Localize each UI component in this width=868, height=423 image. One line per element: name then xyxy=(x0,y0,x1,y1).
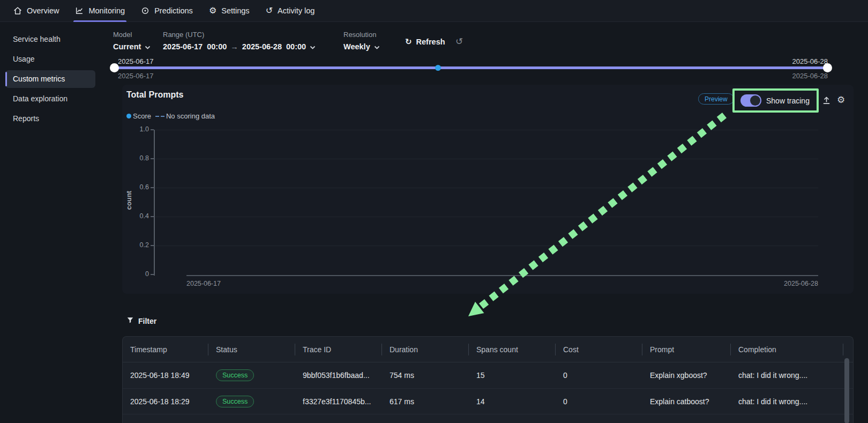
gridline xyxy=(155,188,818,188)
gear-icon: ⚙ xyxy=(837,94,845,105)
refresh-icon: ↻ xyxy=(405,37,412,47)
undo-icon[interactable]: ↺ xyxy=(455,36,463,47)
chevron-down-icon xyxy=(145,42,151,51)
sidebar-item-data-exploration[interactable]: Data exploration xyxy=(5,90,95,108)
chart-card xyxy=(122,85,854,294)
sidebar-item-service-health[interactable]: Service health xyxy=(5,31,95,48)
nav-item-settings[interactable]: ⚙ Settings xyxy=(209,0,250,22)
model-dropdown[interactable]: Current xyxy=(113,42,151,51)
cell-prompt: Explain xgboost? xyxy=(642,371,731,380)
model-label: Model xyxy=(113,31,151,39)
range-label: Range (UTC) xyxy=(163,31,316,39)
nav-item-overview[interactable]: Overview xyxy=(13,0,59,22)
chart-title: Total Prompts xyxy=(126,90,183,100)
date-range-slider-track[interactable] xyxy=(113,66,828,69)
filter-toggle[interactable]: Filter xyxy=(126,316,156,325)
gridline xyxy=(155,130,818,130)
cell-cost: 0 xyxy=(556,371,642,380)
cell-timestamp: 2025-06-18 18:29 xyxy=(123,397,208,406)
model-select-group: Model Current xyxy=(113,31,151,51)
cell-cost: 0 xyxy=(556,397,642,406)
y-tick-label: 0 xyxy=(120,270,149,278)
nav-item-monitoring[interactable]: Monitoring xyxy=(75,0,125,22)
y-tick-label: 0.8 xyxy=(120,154,149,162)
slider-mid-dot xyxy=(435,65,441,71)
legend-item-score[interactable]: Score xyxy=(133,112,151,120)
gear-icon: ⚙ xyxy=(209,6,216,15)
cell-duration: 617 ms xyxy=(382,397,469,406)
column-header-prompt[interactable]: Prompt xyxy=(642,337,731,362)
range-end: 2025-06-28 00:00 xyxy=(242,42,306,51)
chevron-down-icon xyxy=(310,42,316,51)
gridline xyxy=(155,246,818,246)
resolution-select-group: Resolution Weekly xyxy=(343,31,380,51)
cell-status: Success xyxy=(208,369,295,381)
cell-prompt: Explain catboost? xyxy=(642,397,731,406)
funnel-icon xyxy=(126,316,134,325)
resolution-label: Resolution xyxy=(343,31,380,39)
y-tick-label: 0.2 xyxy=(120,241,149,249)
x-tick-label: 2025-06-28 xyxy=(770,280,818,287)
refresh-button[interactable]: ↻ Refresh xyxy=(405,37,445,47)
slider-end-date-bottom: 2025-06-28 xyxy=(780,72,828,80)
cell-completion: chat: I did it wrong.... xyxy=(731,371,843,380)
cell-trace-id: f3327e3f1170845b... xyxy=(295,397,382,406)
traces-table: Timestamp Status Trace ID Duration Spans… xyxy=(122,336,854,423)
sidebar-item-usage[interactable]: Usage xyxy=(5,50,95,68)
preview-badge: Preview xyxy=(698,93,734,105)
range-dropdown[interactable]: 2025-06-17 00:00 → 2025-06-28 00:00 xyxy=(163,42,316,51)
column-header-trace-id[interactable]: Trace ID xyxy=(295,337,382,362)
nav-item-activity-log[interactable]: ↺ Activity log xyxy=(266,0,315,22)
sidebar-item-custom-metrics[interactable]: Custom metrics xyxy=(5,70,95,88)
cell-spans-count: 15 xyxy=(469,371,556,380)
sidebar-item-reports[interactable]: Reports xyxy=(5,110,95,128)
sidebar: Service health Usage Custom metrics Data… xyxy=(5,31,95,130)
nav-item-label: Settings xyxy=(221,6,249,15)
show-tracing-label: Show tracing xyxy=(766,97,810,105)
cell-status: Success xyxy=(208,396,295,407)
cell-trace-id: 9bbf053f1b6fbaad... xyxy=(295,371,382,380)
y-tick-label: 1.0 xyxy=(120,125,149,133)
table-row[interactable]: 2025-06-18 18:29 Success f3327e3f1170845… xyxy=(123,388,853,414)
slider-handle-start[interactable] xyxy=(110,63,119,72)
table-scrollbar[interactable] xyxy=(844,358,849,423)
resolution-dropdown[interactable]: Weekly xyxy=(343,42,380,51)
table-row[interactable]: 2025-06-18 18:49 Success 9bbf053f1b6fbaa… xyxy=(123,362,853,388)
chart-legend: Score No scoring data xyxy=(126,112,215,120)
predictions-icon xyxy=(141,6,149,15)
show-tracing-toggle[interactable] xyxy=(740,94,761,107)
gridline xyxy=(155,159,818,159)
column-header-spans-count[interactable]: Spans count xyxy=(469,337,556,362)
toggle-knob xyxy=(750,95,760,106)
refresh-label: Refresh xyxy=(416,38,445,46)
column-header-timestamp[interactable]: Timestamp xyxy=(123,337,208,362)
history-icon: ↺ xyxy=(266,6,273,15)
export-button[interactable] xyxy=(822,96,831,107)
table-header-row: Timestamp Status Trace ID Duration Spans… xyxy=(123,337,853,362)
dashed-line-marker xyxy=(155,116,164,117)
slider-end-date-top: 2025-06-28 xyxy=(780,57,828,65)
cell-timestamp: 2025-06-18 18:49 xyxy=(123,371,208,380)
legend-item-no-scoring-data[interactable]: No scoring data xyxy=(166,112,215,120)
nav-item-label: Predictions xyxy=(154,6,193,15)
slider-handle-end[interactable] xyxy=(823,63,832,72)
nav-item-label: Monitoring xyxy=(88,6,125,15)
nav-item-predictions[interactable]: Predictions xyxy=(141,0,193,22)
upload-icon xyxy=(822,98,831,107)
chart-settings-button[interactable]: ⚙ xyxy=(837,94,845,105)
gridline xyxy=(155,217,818,217)
slider-start-date-bottom: 2025-06-17 xyxy=(118,72,154,80)
column-header-completion[interactable]: Completion xyxy=(731,337,843,362)
column-header-duration[interactable]: Duration xyxy=(382,337,469,362)
nav-item-label: Activity log xyxy=(278,6,315,15)
range-select-group: Range (UTC) 2025-06-17 00:00 → 2025-06-2… xyxy=(163,31,316,51)
status-badge: Success xyxy=(216,396,254,407)
cell-completion: chat: I did it wrong.... xyxy=(731,397,843,406)
app-window: { "nav": { "items": [ { "label": "Overvi… xyxy=(0,0,868,423)
filter-label: Filter xyxy=(138,317,156,325)
model-value: Current xyxy=(113,42,141,51)
column-header-cost[interactable]: Cost xyxy=(556,337,642,362)
column-header-status[interactable]: Status xyxy=(208,337,295,362)
cell-duration: 754 ms xyxy=(382,371,469,380)
cell-spans-count: 14 xyxy=(469,397,556,406)
